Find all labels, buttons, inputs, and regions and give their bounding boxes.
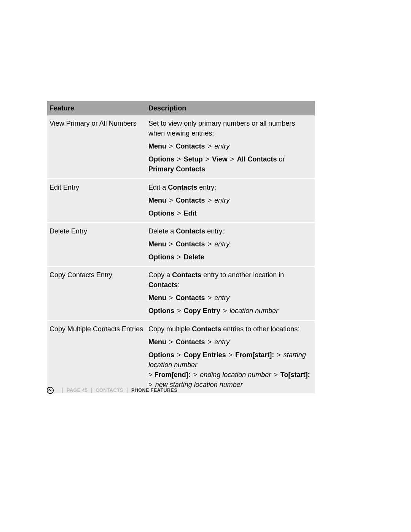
- footer-separator: [127, 388, 127, 393]
- brand-circle-icon: [46, 387, 54, 394]
- gt-icon: >: [226, 351, 236, 359]
- path-seg: Contacts: [176, 197, 205, 204]
- footer-page: PAGE 45: [67, 388, 88, 393]
- path-seg: From[start]:: [235, 351, 274, 359]
- path-seg: Menu: [148, 240, 166, 248]
- gt-icon: >: [191, 371, 200, 379]
- feature-cell: Delete Entry: [47, 222, 146, 266]
- feature-cell: Copy Contacts Entry: [47, 267, 146, 320]
- menu-path: Menu > Contacts > entry: [148, 239, 312, 249]
- path-seg: Contacts: [176, 142, 205, 150]
- gt-icon: >: [166, 294, 176, 302]
- options-path: Options > Copy Entries > From[start]: > …: [148, 350, 312, 390]
- path-seg: Setup: [184, 155, 203, 163]
- path-seg-italic: entry: [214, 240, 229, 248]
- description-cell: Set to view only primary numbers or all …: [146, 115, 315, 179]
- menu-path: Menu > Contacts > entry: [148, 141, 312, 151]
- intro-line: Copy multiple Contacts entries to other …: [148, 324, 312, 334]
- table-row: Copy Contacts Entry Copy a Contacts entr…: [47, 267, 315, 320]
- intro-text: Copy multiple: [148, 325, 192, 333]
- gt-prefix: >: [148, 371, 155, 379]
- path-seg: View: [212, 155, 228, 163]
- menu-path: Menu > Contacts > entry: [148, 337, 312, 347]
- gt-icon: >: [174, 253, 184, 261]
- path-seg-italic: entry: [214, 142, 229, 150]
- path-seg: Contacts: [176, 294, 205, 302]
- gt-icon: >: [205, 197, 215, 204]
- intro-bold: Contacts: [172, 271, 201, 279]
- path-seg: Options: [148, 351, 174, 359]
- gt-icon: >: [166, 142, 176, 150]
- table-row: View Primary or All Numbers Set to view …: [47, 115, 315, 179]
- gt-icon: >: [166, 240, 176, 248]
- table-row: Delete Entry Delete a Contacts entry: Me…: [47, 222, 315, 266]
- path-seg-italic: entry: [214, 197, 229, 204]
- intro-line: Delete a Contacts entry:: [148, 226, 312, 236]
- table-header-row: Feature Description: [47, 101, 315, 115]
- intro-text: entry:: [197, 184, 216, 191]
- intro-text: :: [178, 281, 180, 289]
- intro-text: Delete a: [148, 227, 176, 235]
- path-seg: Options: [148, 209, 174, 217]
- gt-icon: >: [205, 338, 215, 346]
- header-description: Description: [146, 101, 315, 115]
- gt-icon: >: [174, 307, 184, 315]
- gt-icon: >: [274, 351, 284, 359]
- options-path: Options > Edit: [148, 208, 312, 218]
- path-seg: From[end]:: [155, 371, 191, 379]
- intro-text: entries to other locations:: [221, 325, 299, 333]
- path-seg: To[start]:: [280, 371, 310, 379]
- path-seg: Contacts: [176, 240, 205, 248]
- intro-line: Copy a Contacts entry to another locatio…: [148, 270, 312, 290]
- path-seg-italic: ending location number: [200, 371, 271, 379]
- feature-table: Feature Description View Primary or All …: [47, 101, 315, 393]
- gt-icon: >: [205, 142, 215, 150]
- table-row: Edit Entry Edit a Contacts entry: Menu >…: [47, 179, 315, 222]
- intro-text: entry:: [205, 227, 224, 235]
- intro-line: Set to view only primary numbers or all …: [148, 118, 312, 138]
- gt-icon: >: [220, 307, 230, 315]
- or-text: or: [277, 155, 285, 163]
- description-cell: Copy a Contacts entry to another locatio…: [146, 267, 315, 320]
- path-seg: Copy Entry: [184, 307, 220, 315]
- path-seg-italic: entry: [214, 338, 229, 346]
- intro-text: Copy a: [148, 271, 172, 279]
- menu-path: Menu > Contacts > entry: [148, 293, 312, 303]
- footer-section: CONTACTS: [96, 388, 123, 393]
- path-seg: Options: [148, 155, 174, 163]
- path-seg: Edit: [184, 209, 197, 217]
- feature-cell: Copy Multiple Contacts Entries: [47, 320, 146, 393]
- intro-bold: Contacts: [192, 325, 221, 333]
- intro-text: Edit a: [148, 184, 168, 191]
- document-page: Feature Description View Primary or All …: [0, 0, 411, 532]
- gt-icon: >: [166, 338, 176, 346]
- gt-icon: >: [174, 351, 184, 359]
- footer-separator: [91, 388, 92, 393]
- path-seg: Menu: [148, 197, 166, 204]
- gt-icon: >: [205, 294, 215, 302]
- gt-icon: >: [166, 197, 176, 204]
- gt-icon: >: [174, 209, 184, 217]
- description-cell: Edit a Contacts entry: Menu > Contacts >…: [146, 179, 315, 222]
- options-path: Options > Copy Entry > location number: [148, 306, 312, 316]
- path-seg: Delete: [184, 253, 204, 261]
- options-path: Options > Delete: [148, 252, 312, 262]
- path-seg: Menu: [148, 294, 166, 302]
- path-seg: Copy Entries: [184, 351, 226, 359]
- footer-title: PHONE FEATURES: [131, 388, 177, 393]
- table-row: Copy Multiple Contacts Entries Copy mult…: [47, 320, 315, 393]
- intro-bold: Contacts: [176, 227, 205, 235]
- path-seg: Options: [148, 307, 174, 315]
- header-feature: Feature: [47, 101, 146, 115]
- feature-cell: View Primary or All Numbers: [47, 115, 146, 179]
- options-path: Options > Setup > View > All Contacts or…: [148, 154, 312, 174]
- intro-bold: Contacts: [168, 184, 197, 191]
- feature-table-wrap: Feature Description View Primary or All …: [47, 101, 315, 393]
- intro-line: Edit a Contacts entry:: [148, 182, 312, 192]
- path-seg: Menu: [148, 142, 166, 150]
- page-footer: PAGE 45 CONTACTS PHONE FEATURES: [46, 387, 177, 394]
- intro-bold: Contacts: [148, 281, 178, 289]
- gt-icon: >: [228, 155, 237, 163]
- path-seg: Primary Contacts: [148, 165, 205, 173]
- gt-icon: >: [271, 371, 280, 379]
